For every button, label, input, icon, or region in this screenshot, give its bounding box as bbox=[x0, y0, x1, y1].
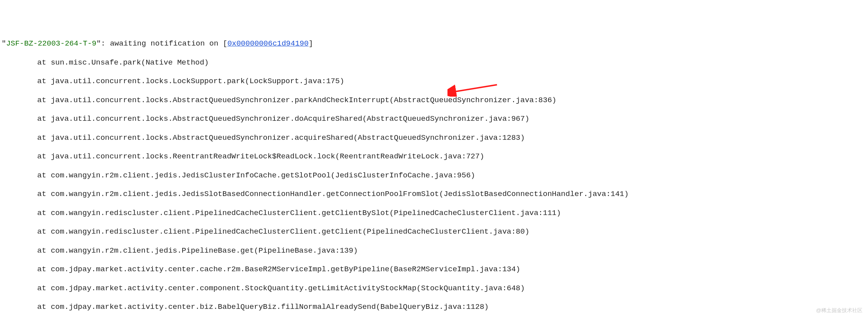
quote-open: " bbox=[2, 39, 6, 48]
thread-name: JSF-BZ-22003-264-T-9 bbox=[6, 39, 96, 48]
thread-header: "JSF-BZ-22003-264-T-9": awaiting notific… bbox=[2, 39, 866, 49]
stack-frame: at com.wangyin.rediscluster.client.Pipel… bbox=[2, 227, 866, 237]
quote-close: ": bbox=[96, 39, 110, 48]
stack-frame: at sun.misc.Unsafe.park(Native Method) bbox=[2, 58, 866, 68]
monitor-address-link[interactable]: 0x00000006c1d94190 bbox=[227, 39, 308, 48]
stack-frame: at java.util.concurrent.locks.AbstractQu… bbox=[2, 114, 866, 124]
stack-frame: at java.util.concurrent.locks.AbstractQu… bbox=[2, 133, 866, 143]
stack-frame: at com.jdpay.market.activity.center.biz.… bbox=[2, 303, 866, 312]
stack-frame: at com.jdpay.market.activity.center.cach… bbox=[2, 265, 866, 274]
stack-frame: at java.util.concurrent.locks.LockSuppor… bbox=[2, 77, 866, 86]
stack-frame: at com.wangyin.rediscluster.client.Pipel… bbox=[2, 209, 866, 218]
close-bracket: ] bbox=[308, 39, 313, 48]
watermark: @稀土掘金技术社区 bbox=[816, 307, 862, 314]
stack-frame: at com.wangyin.r2m.client.jedis.Pipeline… bbox=[2, 246, 866, 256]
stack-frame: at java.util.concurrent.locks.ReentrantR… bbox=[2, 152, 866, 162]
thread-status-text: awaiting notification on [ bbox=[110, 39, 227, 48]
stack-frame: at com.jdpay.market.activity.center.comp… bbox=[2, 284, 866, 293]
stack-frame: at java.util.concurrent.locks.AbstractQu… bbox=[2, 96, 866, 105]
stack-frame-highlighted: at com.wangyin.r2m.client.jedis.JedisClu… bbox=[2, 171, 866, 181]
stack-frame: at com.wangyin.r2m.client.jedis.JedisSlo… bbox=[2, 190, 866, 199]
